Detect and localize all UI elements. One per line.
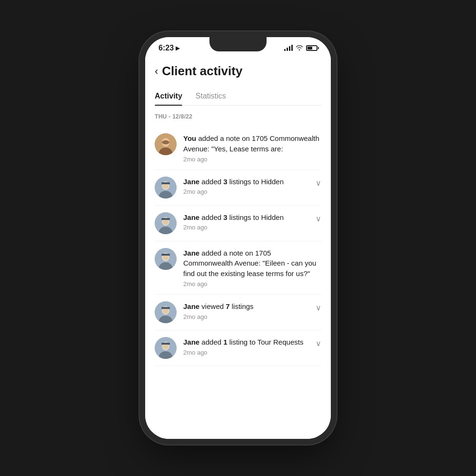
- list-item: Jane viewed 7 listings 2mo ago ∨: [155, 295, 321, 330]
- screen: ‹ Client activity Activity Statistics TH…: [145, 56, 331, 439]
- chevron-down-icon[interactable]: ∨: [316, 178, 321, 188]
- activity-text: Jane added a note on 1705 Commonwealth A…: [183, 248, 321, 279]
- phone-frame: 6:23 ▶ ‹: [145, 37, 331, 439]
- avatar: [155, 248, 177, 270]
- activity-text: Jane added 3 listings to Hidden: [183, 212, 309, 223]
- activity-time: 2mo ago: [183, 156, 321, 163]
- activity-time: 2mo ago: [183, 224, 309, 231]
- activity-body: Jane added 3 listings to Hidden 2mo ago: [183, 212, 309, 231]
- svg-point-3: [162, 140, 169, 144]
- date-label: THU - 12/8/22: [155, 113, 321, 120]
- notch: [209, 37, 267, 51]
- activity-body: Jane added a note on 1705 Commonwealth A…: [183, 248, 321, 288]
- activity-text: You added a note on 1705 Commonwealth Av…: [183, 133, 321, 154]
- svg-rect-7: [161, 182, 170, 184]
- list-item: Jane added a note on 1705 Commonwealth A…: [155, 241, 321, 295]
- header: ‹ Client activity Activity Statistics: [145, 56, 331, 106]
- svg-rect-11: [161, 218, 170, 220]
- list-item: Jane added 1 listing to Tour Requests 2m…: [155, 330, 321, 366]
- list-item: Jane added 3 listings to Hidden 2mo ago …: [155, 206, 321, 241]
- content-area: THU - 12/8/22: [145, 106, 331, 439]
- activity-text: Jane viewed 7 listings: [183, 301, 309, 312]
- activity-list: You added a note on 1705 Commonwealth Av…: [155, 127, 321, 366]
- avatar: [155, 337, 177, 359]
- status-time: 6:23 ▶: [159, 44, 179, 52]
- page-title: Client activity: [162, 64, 242, 79]
- activity-time: 2mo ago: [183, 313, 309, 320]
- avatar: [155, 212, 177, 234]
- list-item: You added a note on 1705 Commonwealth Av…: [155, 127, 321, 170]
- activity-body: Jane added 1 listing to Tour Requests 2m…: [183, 337, 309, 356]
- list-item: Jane added 3 listings to Hidden 2mo ago …: [155, 170, 321, 206]
- chevron-down-icon[interactable]: ∨: [316, 214, 321, 223]
- activity-body: Jane viewed 7 listings 2mo ago: [183, 301, 309, 320]
- avatar: [155, 301, 177, 323]
- tab-activity[interactable]: Activity: [155, 88, 182, 105]
- avatar: [155, 177, 177, 198]
- activity-body: Jane added 3 listings to Hidden 2mo ago: [183, 177, 309, 196]
- battery-icon: [306, 45, 317, 51]
- tabs-bar: Activity Statistics: [155, 88, 321, 106]
- wifi-icon: [296, 45, 303, 52]
- back-button[interactable]: ‹: [155, 65, 158, 78]
- svg-rect-23: [161, 343, 170, 345]
- back-title-row: ‹ Client activity: [155, 64, 321, 79]
- chevron-down-icon[interactable]: ∨: [316, 339, 321, 348]
- svg-rect-15: [161, 254, 170, 256]
- status-icons: [284, 45, 317, 52]
- activity-text: Jane added 1 listing to Tour Requests: [183, 337, 309, 347]
- signal-icon: [284, 45, 293, 51]
- activity-time: 2mo ago: [183, 349, 309, 356]
- location-icon: ▶: [176, 45, 179, 51]
- chevron-down-icon[interactable]: ∨: [316, 303, 321, 312]
- svg-rect-19: [161, 307, 170, 309]
- activity-time: 2mo ago: [183, 280, 321, 288]
- activity-time: 2mo ago: [183, 188, 309, 195]
- activity-body: You added a note on 1705 Commonwealth Av…: [183, 133, 321, 163]
- time-display: 6:23: [159, 44, 174, 52]
- tab-statistics[interactable]: Statistics: [196, 88, 226, 105]
- activity-text: Jane added 3 listings to Hidden: [183, 177, 309, 187]
- avatar: [155, 133, 177, 155]
